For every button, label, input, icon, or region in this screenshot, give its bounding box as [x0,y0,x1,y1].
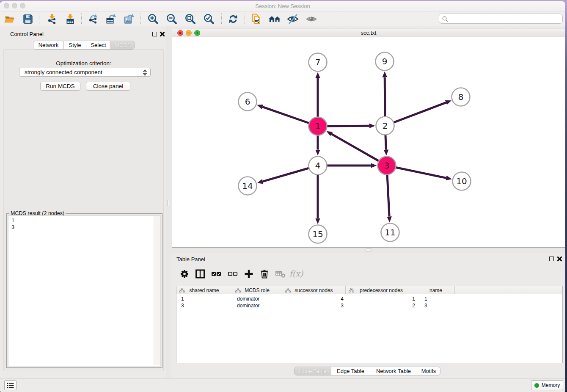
graph-node-4[interactable]: 4 [309,157,327,175]
graph-edge-2-8[interactable] [385,102,446,126]
delete-column-icon[interactable] [259,268,270,279]
toolbar-separator [140,13,140,24]
graph-node-6[interactable]: 6 [239,93,257,111]
toggle-panes-icon[interactable] [195,268,206,279]
open-session-icon[interactable] [3,13,16,25]
cell-predecessor-nodes: 2 [346,302,417,309]
table-row[interactable]: 3dominator323 [176,302,562,309]
graph-node-14[interactable]: 14 [239,177,257,195]
cell-MCDS-role: dominator [232,302,282,309]
graph-node-9[interactable]: 9 [376,52,394,71]
graph-node-10[interactable]: 10 [453,172,471,190]
delete-table-icon[interactable] [275,268,286,279]
search-icon [442,16,449,22]
control-panel-tabs: Network Style Select MCDS [33,41,135,50]
function-builder-icon[interactable]: f(x) [291,268,302,279]
graph-node-3[interactable]: 3 [378,157,396,175]
column-header-successor-nodes[interactable]: successor nodes [282,286,346,294]
export-image-icon[interactable] [123,13,135,25]
graph-node-8[interactable]: 8 [452,88,470,106]
svg-text:1: 1 [315,121,321,131]
save-session-icon[interactable] [22,13,34,25]
function-builder-label: f(x) [289,269,303,278]
apply-layout-icon[interactable] [227,13,239,25]
toolbar-separator [81,13,82,24]
column-settings-icon[interactable] [179,268,190,279]
svg-text:8: 8 [458,92,464,102]
network-view-frame: scc.txt 7968124314101511 [172,28,565,248]
first-neighbors-icon[interactable] [268,13,281,25]
import-network-icon[interactable] [46,13,58,25]
zoom-in-icon[interactable] [147,13,160,25]
column-header-predecessor-nodes[interactable]: predecessor nodes [346,286,417,294]
criterion-select[interactable]: strongly connected component [19,68,151,77]
zoom-selected-icon[interactable] [203,13,215,25]
table-header: shared nameMCDS rolesuccessor nodesprede… [176,286,562,294]
column-header-MCDS-role[interactable]: MCDS role [232,286,282,294]
close-icon[interactable] [557,256,562,262]
add-column-icon[interactable] [243,268,254,279]
svg-text:3: 3 [384,160,390,171]
graph-node-1[interactable]: 1 [309,117,327,135]
search-input[interactable] [439,14,563,24]
result-scrollbar[interactable] [154,216,160,365]
memory-status-dot [534,383,539,388]
export-network-icon[interactable] [87,13,99,25]
select-all-columns-icon[interactable] [211,268,222,279]
close-panel-button[interactable]: Close panel [86,82,130,91]
tab-network-table[interactable]: Network Table [370,367,417,375]
run-mcds-button[interactable]: Run MCDS [40,82,80,91]
export-table-icon[interactable] [105,13,117,25]
graph-node-7[interactable]: 7 [309,53,327,72]
unselect-all-columns-icon[interactable] [227,268,238,279]
svg-text:11: 11 [385,227,395,237]
mcds-result-line: 3 [11,224,160,231]
network-graph: 7968124314101511 [172,37,565,247]
float-icon[interactable] [549,257,554,261]
tab-mcds[interactable]: MCDS [110,41,135,50]
memory-button[interactable]: Memory [531,380,563,390]
svg-text:14: 14 [242,181,253,191]
table-row[interactable]: 1dominator411 [176,295,562,302]
tab-node-table[interactable]: Node Table [294,367,331,375]
graph-node-15[interactable]: 15 [309,225,327,243]
column-header-name[interactable]: name [417,286,455,294]
cell-name: 3 [417,302,455,309]
zoom-fit-icon[interactable] [184,13,197,25]
show-all-icon[interactable] [305,13,318,25]
graph-node-2[interactable]: 2 [376,117,394,135]
cell-shared-name: 1 [176,295,232,302]
tab-network[interactable]: Network [33,41,64,50]
cell-shared-name: 3 [176,302,232,309]
tab-select[interactable]: Select [86,41,111,50]
column-header-shared-name[interactable]: shared name [176,286,232,294]
svg-text:15: 15 [312,229,323,239]
splitter-handle[interactable] [167,200,170,206]
new-network-from-selection-icon[interactable] [250,13,263,25]
tab-style[interactable]: Style [63,41,86,50]
hide-selected-icon[interactable] [286,13,299,25]
network-canvas[interactable]: 7968124314101511 [172,37,565,247]
svg-text:10: 10 [456,176,467,186]
graph-node-11[interactable]: 11 [381,224,399,242]
import-table-icon[interactable] [64,13,77,25]
table-panel: Table Panel [171,253,565,378]
table-panel-tabs: Node TableEdge TableNetwork TableMotifs [294,367,440,375]
cell-predecessor-nodes: 1 [346,295,417,302]
horizontal-splitter[interactable] [172,248,565,253]
cytoscape-window: Session: New Session [0,1,565,392]
float-icon[interactable] [152,32,157,36]
mcds-result-group: MCDS result (2 nodes) 1 3 [6,213,162,368]
main-toolbar [0,11,565,26]
splitter-handle[interactable] [366,248,372,251]
task-history-button[interactable] [4,380,17,390]
criterion-value: strongly connected component [25,69,102,75]
tab-motifs[interactable]: Motifs [417,367,440,375]
zoom-out-icon[interactable] [165,13,178,25]
tab-edge-table[interactable]: Edge Table [331,367,370,375]
mcds-result-list[interactable]: 1 3 [8,215,161,366]
control-panel: Control Panel Network Style Select MCDS … [0,26,166,378]
control-panel-title: Control Panel [10,31,44,37]
svg-text:6: 6 [245,97,250,107]
close-icon[interactable] [160,31,165,37]
